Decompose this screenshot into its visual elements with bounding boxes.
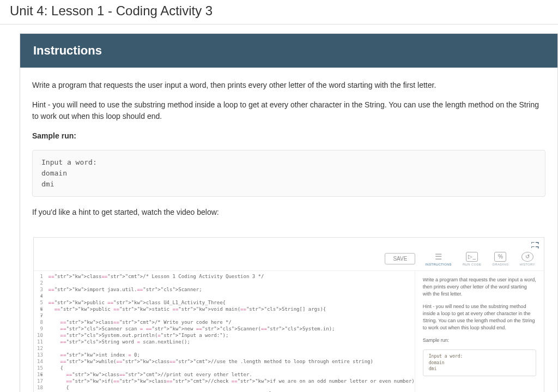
side-instruction-2: Hint - you will need to use the substrin… <box>423 303 536 331</box>
code-editor[interactable]: 123 ▾45 ▾6 ▾789101112131415 ▾161718 ▾192… <box>34 271 415 392</box>
side-sample-block: Input a word: domain dmi <box>423 349 536 376</box>
history-icon: ↺ <box>521 252 533 262</box>
ide-screenshot: ⌐ ¬⌐ ¬ SAVE ☰ INSTRUCTIONS ▷_ RUN CODE %… <box>33 237 544 392</box>
tab-instructions[interactable]: ☰ INSTRUCTIONS <box>425 252 452 266</box>
instructions-sidebar: Write a program that requests the user i… <box>415 271 544 392</box>
tab-grading[interactable]: % GRADING <box>492 252 508 266</box>
instructions-body: Write a program that requests the user i… <box>20 68 557 234</box>
tab-run-code[interactable]: ▷_ RUN CODE <box>463 252 481 266</box>
code-lines: =="str">"kw">class=="str">"cmt">/* Lesso… <box>48 273 415 392</box>
side-instruction-1: Write a program that requests the user i… <box>423 276 536 298</box>
instruction-text-2: Hint - you will need to use the substrin… <box>32 99 545 123</box>
ide-toolbar: SAVE ☰ INSTRUCTIONS ▷_ RUN CODE % GRADIN… <box>34 249 544 270</box>
side-sample-label: Sample run: <box>423 337 536 344</box>
sample-run-label: Sample run: <box>32 130 545 142</box>
page-title: Unit 4: Lesson 1 - Coding Activity 3 <box>0 0 558 25</box>
fullscreen-corner[interactable]: ⌐ ¬⌐ ¬ <box>34 238 544 249</box>
instruction-text-1: Write a program that requests the user i… <box>32 80 545 92</box>
run-code-icon: ▷_ <box>466 252 478 262</box>
instructions-icon: ☰ <box>435 252 442 262</box>
grading-icon: % <box>494 252 506 262</box>
sample-run-block: Input a word: domain dmi <box>32 150 545 197</box>
ide-area: 123 ▾45 ▾6 ▾789101112131415 ▾161718 ▾192… <box>34 270 544 392</box>
tab-history[interactable]: ↺ HISTORY <box>519 252 535 266</box>
line-gutter: 123 ▾45 ▾6 ▾789101112131415 ▾161718 ▾192… <box>37 273 48 392</box>
main-card: Instructions Write a program that reques… <box>20 33 558 392</box>
save-button[interactable]: SAVE <box>385 253 415 264</box>
instructions-header: Instructions <box>20 34 557 68</box>
video-hint-text: If you'd like a hint to get started, wat… <box>32 207 545 219</box>
